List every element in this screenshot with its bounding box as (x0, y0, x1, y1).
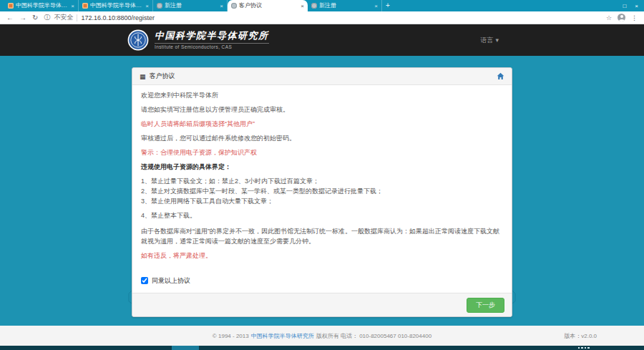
panel-footer: 下一步 (132, 293, 512, 316)
browser-tab-agreement-active[interactable]: 客户协议 × (228, 0, 308, 11)
window-controls: □ × (623, 0, 638, 11)
institute-favicon (8, 3, 14, 9)
site-footer: © 1994 - 2013 中国科学院半导体研究所 版权所有 电话： 010-8… (0, 326, 644, 346)
rules-list: 1、禁止过量下载全文；如：禁止2、3小时内下载过百篇文章； 2、禁止对文摘数据库… (141, 177, 503, 220)
tab-title: 中国科学院半导体研究所 内网主页 (16, 0, 69, 11)
rule-item-1: 1、禁止过量下载全文；如：禁止2、3小时内下载过百篇文章； (141, 177, 503, 186)
rule-item-4: 4、禁止整本下载。 (141, 211, 503, 220)
tab-close-icon[interactable]: × (301, 3, 304, 9)
address-bar-actions: ☆ ⋮ (606, 14, 638, 21)
site-header: 中国科学院半导体研究所 Institute of Semiconductors,… (0, 24, 644, 56)
agree-label: 同意以上协议 (152, 276, 190, 286)
browser-tab-register-1[interactable]: 新注册 × (153, 0, 228, 11)
copyright-suffix: 版权所有 电话： 010-82005467 010-8204400 (316, 332, 431, 340)
tab-close-icon[interactable]: × (145, 3, 149, 9)
tab-title: 中国科学院半导体研究所 内网主页 (90, 0, 143, 11)
grid-icon: ▦ (140, 73, 146, 80)
maximize-button[interactable]: □ (623, 3, 626, 9)
panel-header: ▦ 客户协议 (132, 68, 512, 85)
fill-instruction-text: 请您如实填写注册信息以方便管理员正确完成审核。 (141, 105, 503, 115)
institute-favicon (82, 3, 88, 9)
back-icon[interactable]: ← (6, 11, 14, 24)
forward-icon[interactable]: → (19, 11, 26, 24)
language-label: 语言 (480, 36, 493, 45)
tab-close-icon[interactable]: × (374, 3, 378, 9)
rule-item-3: 3、禁止使用网络下载工具自动大量下载文章； (141, 197, 503, 206)
org-name-cn: 中国科学院半导体研究所 (155, 31, 269, 41)
browser-menu-icon[interactable]: ⋮ (631, 14, 638, 21)
browser-window: 中国科学院半导体研究所 内网主页 × 中国科学院半导体研究所 内网主页 × 新注… (0, 0, 644, 350)
org-name-en: Institute of Semiconductors, CAS (155, 43, 269, 49)
rule-item-2: 2、禁止对文摘数据库中某一时段、某一学科、或某一类型的数据记录进行批量下载； (141, 187, 503, 196)
site-favicon (157, 3, 162, 9)
agree-row: 同意以上协议 (141, 276, 503, 286)
url-divider (77, 14, 77, 21)
page-content: ▦ 客户协议 欢迎您来到中科院半导体所 请您如实填写注册信息以方便管理员正确完成… (0, 56, 644, 326)
temp-staff-note: 临时人员请将邮箱后缀项选择“其他用户” (141, 120, 503, 129)
security-label: 不安全 (54, 13, 73, 22)
explanation-text: 由于各数据库商对“滥用”的界定并不一致，因此图书馆无法制订统一标准。一般数据库商… (141, 227, 503, 246)
reload-icon[interactable]: ↻ (32, 11, 38, 24)
site-logo: 中国科学院半导体研究所 Institute of Semiconductors,… (127, 29, 269, 51)
tab-title: 新注册 (165, 0, 218, 11)
review-note: 审核通过后，您可以通过邮件系统修改您的初始密码。 (141, 134, 503, 143)
tab-title: 新注册 (319, 0, 372, 11)
tab-title: 客户协议 (239, 0, 298, 11)
address-bar: ← → ↻ ⓘ 不安全 172.16.0.10:8800/register ☆ … (0, 11, 644, 24)
copyright-prefix: © 1994 - 2013 (213, 333, 249, 339)
language-dropdown[interactable]: 语言 ▾ (480, 36, 499, 45)
profile-avatar[interactable] (618, 14, 625, 21)
institute-logo-emblem (127, 29, 149, 51)
resource-warning: 警示：合理使用电子资源，保护知识产权 (141, 148, 503, 157)
home-icon[interactable] (497, 72, 504, 80)
violation-note: 如有违反，将严肃处理。 (141, 251, 503, 261)
chevron-down-icon: ▾ (495, 37, 499, 44)
welcome-text: 欢迎您来到中科院半导体所 (141, 91, 503, 100)
url-text[interactable]: 172.16.0.10:8800/register (81, 14, 155, 21)
site-favicon (311, 3, 317, 9)
info-icon[interactable]: ⓘ (44, 13, 50, 22)
taskbar-tray-icons (578, 347, 590, 349)
rules-title: 违规使用电子资源的具体界定： (141, 162, 503, 172)
tab-close-icon[interactable]: × (71, 3, 74, 9)
taskbar-active-window[interactable] (172, 346, 199, 350)
close-window-button[interactable]: × (635, 3, 638, 9)
bookmark-star-icon[interactable]: ☆ (606, 14, 612, 21)
panel-title: 客户协议 (150, 72, 175, 81)
tab-strip: 中国科学院半导体研究所 内网主页 × 中国科学院半导体研究所 内网主页 × 新注… (0, 0, 644, 11)
new-tab-button[interactable]: + (382, 0, 394, 11)
browser-tab-intranet-2[interactable]: 中国科学院半导体研究所 内网主页 × (79, 0, 153, 11)
browser-tab-register-2[interactable]: 新注册 × (308, 0, 382, 11)
url-box[interactable]: ⓘ 不安全 172.16.0.10:8800/register (44, 13, 600, 22)
browser-tab-intranet-1[interactable]: 中国科学院半导体研究所 内网主页 × (4, 0, 79, 11)
agreement-panel: ▦ 客户协议 欢迎您来到中科院半导体所 请您如实填写注册信息以方便管理员正确完成… (132, 67, 512, 317)
agree-checkbox[interactable] (141, 277, 148, 284)
org-footer-link[interactable]: 中国科学院半导体研究所 (251, 332, 314, 340)
site-favicon (231, 3, 237, 9)
taskbar (0, 346, 644, 350)
version-label: 版本：v2.0.0 (564, 332, 597, 340)
tab-close-icon[interactable]: × (220, 3, 223, 9)
next-step-button[interactable]: 下一步 (467, 298, 504, 313)
panel-body: 欢迎您来到中科院半导体所 请您如实填写注册信息以方便管理员正确完成审核。 临时人… (132, 85, 512, 293)
